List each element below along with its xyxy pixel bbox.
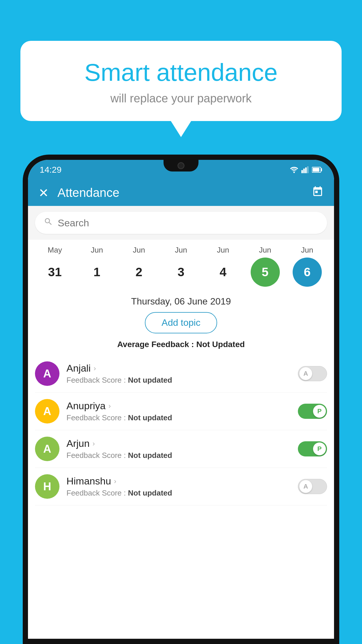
date-5-today[interactable]: 5 bbox=[251, 258, 280, 287]
month-2: Jun bbox=[124, 246, 154, 255]
chevron-anjali: › bbox=[94, 364, 96, 372]
feedback-arjun: Feedback Score : Not updated bbox=[66, 451, 291, 460]
notch bbox=[164, 160, 198, 172]
chevron-arjun: › bbox=[92, 440, 95, 448]
svg-rect-4 bbox=[307, 166, 309, 173]
avatar-anupriya: A bbox=[35, 399, 59, 424]
calendar-strip: May Jun Jun Jun Jun Jun Jun 31 1 2 3 4 5… bbox=[28, 240, 334, 290]
feedback-anupriya: Feedback Score : Not updated bbox=[66, 413, 291, 422]
toggle-wrapper-anjali[interactable]: A bbox=[298, 366, 327, 381]
battery-icon bbox=[312, 166, 322, 173]
toggle-thumb-himanshu: A bbox=[299, 480, 312, 493]
student-list: A Anjali › Feedback Score : Not updated bbox=[28, 355, 334, 505]
avatar-anjali: A bbox=[35, 361, 59, 386]
month-0: May bbox=[40, 246, 69, 255]
chevron-anupriya: › bbox=[108, 402, 111, 410]
search-icon bbox=[44, 217, 53, 229]
student-item-himanshu[interactable]: H Himanshu › Feedback Score : Not update… bbox=[35, 468, 327, 505]
student-item-anupriya[interactable]: A Anupriya › Feedback Score : Not update… bbox=[35, 393, 327, 430]
month-3: Jun bbox=[166, 246, 196, 255]
student-name-arjun: Arjun › bbox=[66, 438, 291, 449]
background: Smart attendance will replace your paper… bbox=[0, 0, 362, 644]
toggle-thumb-anjali: A bbox=[299, 367, 312, 380]
student-name-anjali: Anjali › bbox=[66, 363, 291, 374]
content-area: Thursday, 06 June 2019 Add topic Average… bbox=[28, 290, 334, 514]
selected-date: Thursday, 06 June 2019 bbox=[28, 290, 334, 312]
wifi-icon bbox=[290, 166, 298, 173]
header-title: Attendance bbox=[57, 186, 312, 200]
toggle-wrapper-arjun[interactable]: P bbox=[298, 441, 327, 456]
app-header: ✕ Attendance bbox=[28, 180, 334, 206]
toggle-thumb-anupriya: P bbox=[313, 405, 326, 418]
feedback-himanshu: Feedback Score : Not updated bbox=[66, 489, 291, 498]
search-bar[interactable] bbox=[35, 212, 327, 234]
bubble-title: Smart attendance bbox=[38, 58, 324, 87]
toggle-arjun[interactable]: P bbox=[298, 441, 327, 456]
status-time: 14:29 bbox=[40, 165, 61, 175]
student-name-anupriya: Anupriya › bbox=[66, 400, 291, 412]
feedback-value-anupriya: Not updated bbox=[128, 413, 172, 422]
status-icons bbox=[290, 166, 322, 173]
svg-rect-3 bbox=[305, 167, 307, 173]
speech-bubble: Smart attendance will replace your paper… bbox=[20, 41, 342, 121]
avg-feedback-value: Not Updated bbox=[196, 340, 245, 349]
svg-rect-6 bbox=[321, 168, 322, 171]
student-info-anupriya: Anupriya › Feedback Score : Not updated bbox=[66, 400, 291, 422]
month-6: Jun bbox=[293, 246, 322, 255]
toggle-thumb-arjun: P bbox=[313, 442, 326, 455]
date-4[interactable]: 4 bbox=[208, 258, 238, 287]
close-button[interactable]: ✕ bbox=[38, 186, 49, 200]
svg-rect-2 bbox=[303, 169, 305, 173]
chevron-himanshu: › bbox=[114, 477, 116, 485]
student-item-anjali[interactable]: A Anjali › Feedback Score : Not updated bbox=[35, 355, 327, 393]
month-5: Jun bbox=[251, 246, 280, 255]
feedback-value-arjun: Not updated bbox=[128, 451, 172, 460]
avg-feedback: Average Feedback : Not Updated bbox=[28, 340, 334, 349]
date-1[interactable]: 1 bbox=[82, 258, 111, 287]
status-bar: 14:29 bbox=[28, 160, 334, 180]
signal-icon bbox=[301, 166, 309, 173]
calendar-icon[interactable] bbox=[312, 186, 324, 200]
camera bbox=[178, 162, 184, 169]
phone-screen: 14:29 bbox=[28, 160, 334, 639]
feedback-anjali: Feedback Score : Not updated bbox=[66, 376, 291, 385]
avatar-arjun: A bbox=[35, 437, 59, 461]
avg-feedback-label: Average Feedback : bbox=[117, 340, 196, 349]
month-row: May Jun Jun Jun Jun Jun Jun bbox=[34, 246, 328, 255]
date-3[interactable]: 3 bbox=[166, 258, 196, 287]
date-2[interactable]: 2 bbox=[124, 258, 154, 287]
phone-frame: 14:29 bbox=[23, 155, 339, 644]
toggle-himanshu[interactable]: A bbox=[298, 479, 327, 494]
toggle-anjali[interactable]: A bbox=[298, 366, 327, 381]
search-svg bbox=[44, 217, 53, 226]
svg-point-0 bbox=[294, 172, 295, 173]
toggle-anupriya[interactable]: P bbox=[298, 404, 327, 419]
student-name-himanshu: Himanshu › bbox=[66, 475, 291, 487]
svg-rect-1 bbox=[301, 170, 303, 173]
student-info-anjali: Anjali › Feedback Score : Not updated bbox=[66, 363, 291, 385]
date-row: 31 1 2 3 4 5 6 bbox=[34, 258, 328, 287]
add-topic-button[interactable]: Add topic bbox=[145, 312, 217, 333]
svg-rect-7 bbox=[313, 168, 319, 172]
calendar-svg bbox=[312, 186, 324, 197]
feedback-value-himanshu: Not updated bbox=[128, 489, 172, 497]
date-31[interactable]: 31 bbox=[40, 258, 69, 287]
search-input[interactable] bbox=[58, 217, 318, 229]
toggle-wrapper-anupriya[interactable]: P bbox=[298, 404, 327, 419]
month-4: Jun bbox=[208, 246, 238, 255]
feedback-value-anjali: Not updated bbox=[128, 376, 172, 384]
bubble-subtitle: will replace your paperwork bbox=[38, 92, 324, 105]
student-info-arjun: Arjun › Feedback Score : Not updated bbox=[66, 438, 291, 460]
avatar-himanshu: H bbox=[35, 474, 59, 499]
date-6-selected[interactable]: 6 bbox=[293, 258, 322, 287]
student-info-himanshu: Himanshu › Feedback Score : Not updated bbox=[66, 475, 291, 498]
search-container bbox=[28, 206, 334, 240]
toggle-wrapper-himanshu[interactable]: A bbox=[298, 479, 327, 494]
student-item-arjun[interactable]: A Arjun › Feedback Score : Not updated bbox=[35, 430, 327, 468]
month-1: Jun bbox=[82, 246, 111, 255]
